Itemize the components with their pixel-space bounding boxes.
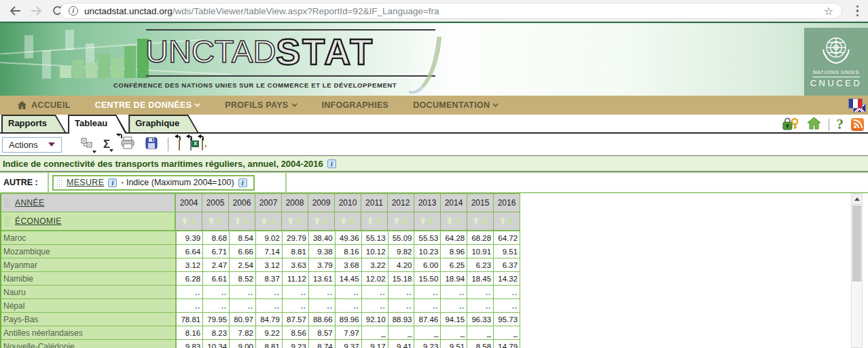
nav-item-documentation[interactable]: DOCUMENTATION [413,100,499,110]
column-dimension-link[interactable]: ANNÉE [15,198,44,208]
value-cell: .. [203,299,230,313]
page-info-icon[interactable]: i [69,6,78,16]
nav-item-accueil[interactable]: ACCUEIL [18,100,71,110]
back-icon[interactable] [10,6,21,16]
sort-cell-2011[interactable] [361,212,388,231]
sort-arrows-icon [499,217,515,225]
lock-icon[interactable] [782,117,799,133]
value-cell: 8.68 [203,231,230,245]
save-icon[interactable] [145,137,158,152]
actions-dropdown[interactable]: Actions [2,137,62,153]
value-cell: 8.16 [177,326,203,340]
value-cell: 9.41 [388,340,415,348]
sort-cell-2006[interactable] [229,212,255,231]
sort-cell-2007[interactable] [255,212,282,231]
sort-arrows-icon [287,217,303,225]
sort-cell-2009[interactable] [308,212,335,231]
value-cell: .. [230,299,256,313]
year-header-2008[interactable]: 2008 [282,194,308,212]
help-icon[interactable]: ? [837,116,844,133]
sort-cell-2008[interactable] [282,212,308,231]
value-cell: 9.23 [414,340,441,348]
value-cell: 3.63 [283,258,309,272]
nav-item-centre-de-donn-es[interactable]: CENTRE DE DONNÉES [95,100,201,110]
year-header-2007[interactable]: 2007 [255,194,282,212]
value-cell: 9.39 [177,231,203,245]
sort-cell-2015[interactable] [467,212,494,231]
url-bar[interactable]: i unctadstat.unctad.org/wds/TableViewer/… [60,3,842,19]
value-cell: 8.58 [467,340,494,348]
measure-value-info-icon[interactable]: i [238,178,247,187]
year-header-2009[interactable]: 2009 [308,194,335,212]
dropdown-arrow-icon [48,142,55,147]
value-cell: _ [388,326,415,340]
csv-export-icon[interactable]: , [202,138,203,151]
nav-item-infographies[interactable]: INFOGRAPHIES [322,100,389,110]
value-cell: 3.12 [256,258,283,272]
table-toolbar: Actions Σ X , [0,134,868,155]
year-header-2012[interactable]: 2012 [388,194,414,212]
year-header-2011[interactable]: 2011 [361,194,388,212]
browser-menu-icon[interactable] [856,5,859,16]
value-cell: 9.82 [388,245,415,258]
value-cell: 80.97 [230,313,256,326]
scroll-up-button[interactable] [852,194,862,205]
sort-cell-2013[interactable] [414,212,441,231]
sort-cell-2016[interactable] [494,212,520,231]
sort-cell-2005[interactable] [202,212,229,231]
tab-rapports[interactable]: Rapports [1,115,66,132]
excel-export-icon[interactable]: X [190,138,192,151]
year-header-2010[interactable]: 2010 [335,194,361,212]
drag-handle-icon[interactable] [56,178,62,188]
scrollbar-thumb[interactable] [852,206,861,282]
value-cell: 14.79 [494,340,520,348]
language-selector[interactable] [848,98,866,113]
measure-info-icon[interactable]: i [108,178,117,187]
rss-icon[interactable] [851,118,864,131]
value-cell: 14.45 [336,272,362,286]
totals-sum-icon[interactable]: Σ [103,138,110,151]
sort-arrows-icon [472,217,488,225]
logo-bar [86,62,97,78]
bookmark-star-icon[interactable]: ☆ [824,5,833,18]
year-header-2004[interactable]: 2004 [176,194,202,212]
sort-cell-2014[interactable] [441,212,467,231]
vertical-scrollbar[interactable] [851,193,863,348]
value-cell: 3.12 [177,258,203,272]
drag-handle-icon[interactable] [4,198,10,208]
value-cell: 6.64 [177,245,203,258]
nav-item-profils-pays[interactable]: PROFILS PAYS [225,100,297,110]
tab-graphique[interactable]: Graphique [128,115,198,132]
tab-label: Rapports [1,115,66,128]
sort-cell-2004[interactable] [176,212,202,231]
year-header-2005[interactable]: 2005 [202,194,229,212]
url-path: /wds/TableViewer/tableView.aspx?ReportId… [173,6,439,16]
year-header-2014[interactable]: 2014 [441,194,467,212]
value-cell: 10.23 [414,245,441,258]
print-icon[interactable] [120,136,135,153]
year-header-2016[interactable]: 2016 [494,194,520,212]
value-cell: 9.02 [256,231,283,245]
view-tabs: RapportsTableauGraphique ? [0,115,868,134]
icon-separator [829,119,829,131]
outline-view-icon[interactable] [81,138,93,152]
year-header-2013[interactable]: 2013 [414,194,441,212]
title-info-icon[interactable]: i [327,159,336,168]
measure-filter-box[interactable]: MESURE i - Indice (Maximum 2004=100) i [52,175,255,191]
value-cell: 55.53 [414,231,441,245]
open-new-window-icon[interactable] [179,138,180,151]
row-dimension-link[interactable]: ÉCONOMIE [15,216,62,226]
value-cell: .. [494,286,520,299]
table-row: Myanmar3.122.472.543.123.633.793.683.224… [1,258,520,272]
sort-cell-2012[interactable] [388,212,414,231]
measure-dimension-link[interactable]: MESURE [67,178,104,187]
forward-icon[interactable] [31,6,42,16]
value-cell: 95.73 [494,313,520,326]
home-icon[interactable] [807,117,821,132]
year-header-2006[interactable]: 2006 [229,194,255,212]
year-header-2015[interactable]: 2015 [467,194,494,212]
tab-tableau[interactable]: Tableau [68,115,126,132]
value-cell: 6.00 [414,258,441,272]
drag-handle-icon[interactable] [4,216,10,227]
sort-cell-2010[interactable] [335,212,361,231]
